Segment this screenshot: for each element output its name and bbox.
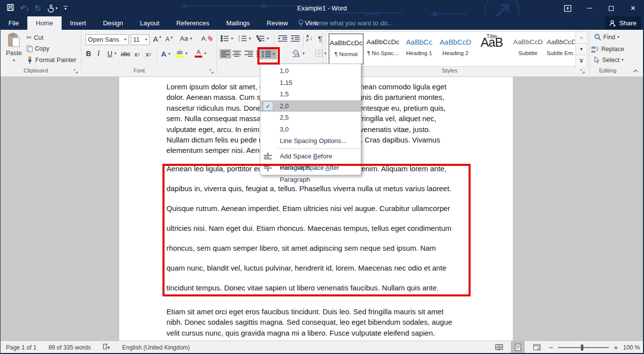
- language-indicator[interactable]: English (United Kingdom): [116, 344, 196, 351]
- strikethrough-button[interactable]: abc: [121, 51, 130, 58]
- numbering-button[interactable]: 123 ▾: [239, 35, 251, 42]
- tab-references[interactable]: References: [168, 16, 218, 30]
- zoom-slider-thumb[interactable]: [581, 345, 583, 351]
- menu-item-spacing-1-15[interactable]: 1,15: [260, 77, 361, 89]
- increase-indent-button[interactable]: [291, 35, 300, 42]
- font-family-combo[interactable]: Open Sans▾: [85, 34, 129, 45]
- select-button[interactable]: Select ▾: [594, 57, 624, 64]
- tab-layout[interactable]: Layout: [132, 16, 168, 30]
- menu-item-spacing-1-5[interactable]: 1,5: [260, 88, 361, 100]
- font-color-button[interactable]: A ▾: [195, 49, 206, 58]
- zoom-out-button[interactable]: −: [549, 343, 553, 352]
- close-icon: ✕: [631, 4, 636, 12]
- tab-file[interactable]: File: [0, 16, 27, 30]
- read-mode-button[interactable]: [492, 341, 506, 354]
- grow-font-button[interactable]: A▲: [153, 35, 162, 43]
- italic-button[interactable]: I: [97, 50, 100, 58]
- shading-bucket-icon: [292, 50, 301, 57]
- save-icon: [7, 4, 14, 11]
- customize-qat-button[interactable]: ▾: [64, 6, 68, 11]
- style-normal[interactable]: AaBbCcDc ¶ Normal: [328, 33, 364, 65]
- align-center-button[interactable]: [233, 51, 241, 57]
- line-spacing-button[interactable]: ▾: [259, 49, 277, 59]
- align-left-button[interactable]: [220, 49, 231, 59]
- cut-button[interactable]: ✂ Cut: [26, 34, 43, 41]
- clipboard-dialog-launcher[interactable]: [74, 69, 79, 74]
- subscript-button[interactable]: x2: [134, 51, 140, 58]
- align-right-button[interactable]: [244, 51, 253, 57]
- borders-button[interactable]: ▾: [315, 50, 326, 57]
- share-button[interactable]: Share: [605, 16, 641, 30]
- menu-item-line-spacing-options[interactable]: Line Spacing Options...: [260, 135, 361, 147]
- tab-insert[interactable]: Insert: [62, 16, 95, 30]
- underline-button[interactable]: U▾: [107, 50, 116, 58]
- style-subtle-emphasis[interactable]: AaBbCcDt Subtle Em...: [547, 33, 575, 65]
- styles-more-button[interactable]: ▼: [575, 55, 587, 67]
- tab-design[interactable]: Design: [94, 16, 131, 30]
- change-case-button[interactable]: Aa▾: [180, 35, 192, 42]
- sort-button[interactable]: AZ ↓: [306, 34, 313, 42]
- shrink-font-button[interactable]: A▼: [165, 36, 173, 43]
- save-button[interactable]: [7, 4, 14, 13]
- bold-button[interactable]: B: [86, 50, 91, 58]
- collapse-ribbon-button[interactable]: [633, 69, 638, 73]
- touch-mode-caret: ▾: [56, 6, 58, 10]
- font-size-combo[interactable]: 11▾: [131, 34, 150, 45]
- superscript-button[interactable]: x2: [146, 51, 151, 58]
- text-effects-button[interactable]: A▾: [161, 50, 170, 58]
- shading-button[interactable]: ▾: [292, 50, 305, 57]
- ribbon-display-options-button[interactable]: [557, 0, 578, 16]
- tab-mailings[interactable]: Mailings: [218, 16, 258, 30]
- zoom-level[interactable]: 100 %: [623, 344, 640, 351]
- menu-item-spacing-3[interactable]: 3,0: [260, 124, 361, 136]
- menu-item-spacing-2-selected[interactable]: ✓ 2,0: [260, 100, 361, 112]
- touch-mode-button[interactable]: ▾: [47, 4, 58, 12]
- zoom-in-button[interactable]: +: [614, 343, 618, 352]
- undo-button[interactable]: ↶▾: [20, 3, 28, 13]
- bullets-button[interactable]: ▾: [221, 35, 233, 42]
- text-line: ultricies nisi. Nam eget dui. Etiam rhon…: [166, 218, 451, 238]
- style-title[interactable]: AaB Title: [474, 33, 509, 65]
- style-heading-1[interactable]: AaBbCc Heading 1: [402, 33, 437, 65]
- web-layout-button[interactable]: [530, 341, 544, 354]
- menu-item-spacing-1[interactable]: 1,0: [260, 65, 361, 77]
- font-dialog-launcher[interactable]: [209, 69, 214, 74]
- redo-button[interactable]: ↻: [34, 3, 41, 13]
- decrease-indent-button[interactable]: [278, 35, 287, 42]
- close-button[interactable]: ✕: [622, 0, 644, 16]
- paragraph-3[interactable]: Etiam sit amet orci eget eros faucibus t…: [166, 307, 452, 341]
- word-count[interactable]: 89 of 335 words: [42, 344, 96, 351]
- clear-formatting-button[interactable]: A: [201, 35, 213, 42]
- style-heading-2[interactable]: AaBbCcD Heading 2: [438, 33, 473, 65]
- find-button[interactable]: Find ▾: [594, 34, 619, 41]
- show-formatting-marks-button[interactable]: ¶: [318, 34, 322, 43]
- proofing-status-button[interactable]: [97, 343, 116, 352]
- tab-review[interactable]: Review: [258, 16, 297, 30]
- tab-home[interactable]: Home: [27, 16, 62, 30]
- menu-item-add-space-before[interactable]: Add Space Before Paragraph: [260, 150, 361, 162]
- borders-icon: [315, 50, 322, 57]
- cut-label: Cut: [34, 34, 43, 41]
- styles-scroll-up-button[interactable]: ▲: [575, 32, 587, 44]
- zoom-slider[interactable]: [558, 347, 609, 348]
- print-layout-button[interactable]: [511, 341, 525, 354]
- styles-scroll-down-button[interactable]: ▼: [575, 44, 587, 56]
- maximize-button[interactable]: [600, 0, 622, 16]
- menu-item-remove-space-after[interactable]: Remove Space After Paragraph: [260, 162, 361, 174]
- tell-me-box[interactable]: Tell me what you want to do...: [298, 16, 393, 30]
- font-group-label: Font: [114, 68, 164, 75]
- font-family-value: Open Sans: [88, 36, 119, 43]
- styles-dialog-launcher[interactable]: [580, 69, 585, 74]
- minimize-button[interactable]: [578, 0, 600, 16]
- replace-button[interactable]: abac Replace: [591, 45, 624, 53]
- style-no-spacing[interactable]: AaBbCcDc ¶ No Spac...: [365, 33, 401, 65]
- paste-button[interactable]: Paste ▾: [4, 33, 24, 66]
- grow-font-arrow: ▲: [159, 35, 162, 38]
- highlight-color-button[interactable]: ab ▾: [176, 49, 187, 58]
- menu-item-spacing-2-5[interactable]: 2,5: [260, 112, 361, 124]
- multilevel-list-button[interactable]: ▾: [256, 35, 269, 42]
- copy-button[interactable]: Copy: [26, 45, 49, 52]
- format-painter-button[interactable]: Format Painter: [26, 57, 77, 64]
- style-subtitle[interactable]: AaBbCcD Subtitle: [510, 33, 546, 65]
- page-indicator[interactable]: Page 1 of 1: [0, 344, 42, 351]
